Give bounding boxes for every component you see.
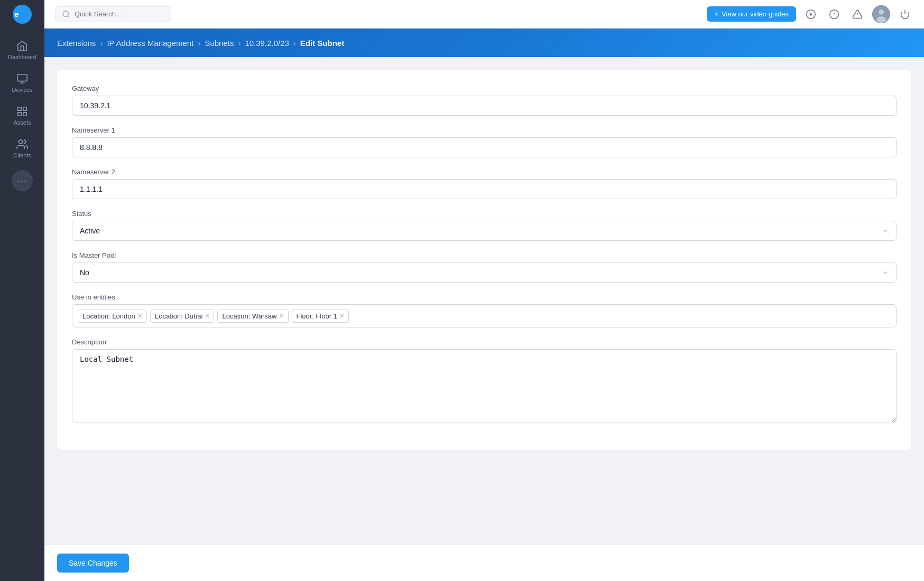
gateway-field-group: Gateway xyxy=(72,85,897,116)
nameserver1-field-group: Nameserver 1 xyxy=(72,126,897,157)
assets-icon xyxy=(16,106,28,117)
gateway-label: Gateway xyxy=(72,85,897,92)
play-icon-button[interactable] xyxy=(802,6,819,23)
search-input[interactable] xyxy=(75,10,159,18)
video-guide-label: View our video guides xyxy=(722,10,789,18)
breadcrumb-ip-address-management[interactable]: IP Address Management xyxy=(107,39,193,48)
sidebar-item-devices[interactable]: Devices xyxy=(0,67,44,99)
tag-label: Location: Dubai xyxy=(155,312,202,320)
svg-rect-7 xyxy=(23,113,26,116)
user-avatar[interactable] xyxy=(872,5,890,23)
page-footer: Save Changes xyxy=(44,545,924,581)
description-label: Description xyxy=(72,338,897,346)
logo-icon: e xyxy=(13,5,32,24)
is-master-pool-select[interactable]: No Yes xyxy=(72,263,897,283)
tag-label: Location: Warsaw xyxy=(222,312,276,320)
power-icon xyxy=(900,9,910,20)
alert-icon-button[interactable] xyxy=(849,6,866,23)
tag-label: Location: London xyxy=(82,312,135,320)
status-label: Status xyxy=(72,210,897,218)
breadcrumb-subnets[interactable]: Subnets xyxy=(205,39,234,48)
nameserver2-field-group: Nameserver 2 xyxy=(72,168,897,199)
use-in-entities-tags[interactable]: Location: London × Location: Dubai × Loc… xyxy=(72,304,897,327)
clients-icon xyxy=(16,138,28,150)
video-guide-button[interactable]: × View our video guides xyxy=(707,6,796,22)
page-body: Gateway Nameserver 1 Nameserver 2 Status… xyxy=(44,57,924,545)
tag-floor-floor1: Floor: Floor 1 × xyxy=(292,310,349,323)
breadcrumb-bar: Extensions › IP Address Management › Sub… xyxy=(44,29,924,57)
logo[interactable]: e xyxy=(0,0,44,29)
breadcrumb-subnet-ip[interactable]: 10.39.2.0/23 xyxy=(245,39,289,48)
svg-point-19 xyxy=(879,10,884,15)
tag-location-dubai: Location: Dubai × xyxy=(150,310,215,323)
sidebar-item-label: Devices xyxy=(12,87,32,93)
tag-remove-warsaw[interactable]: × xyxy=(279,312,283,320)
is-master-pool-label: Is Master Pool xyxy=(72,251,897,259)
gateway-input[interactable] xyxy=(72,96,897,116)
svg-marker-12 xyxy=(810,12,812,16)
search-box[interactable] xyxy=(55,6,171,22)
svg-point-9 xyxy=(63,11,69,17)
svg-rect-4 xyxy=(18,107,21,110)
description-textarea[interactable]: Local Subnet xyxy=(72,349,897,423)
tag-label: Floor: Floor 1 xyxy=(297,312,337,320)
svg-line-10 xyxy=(68,16,69,17)
nameserver1-input[interactable] xyxy=(72,137,897,157)
sidebar-nav: Dashboard Devices Assets xyxy=(0,29,44,581)
more-icon: ··· xyxy=(17,175,27,186)
topbar-right: × View our video guides xyxy=(707,5,913,23)
use-in-entities-label: Use in entities xyxy=(72,293,897,301)
alert-icon xyxy=(852,9,863,20)
sidebar-item-dashboard[interactable]: Dashboard xyxy=(0,34,44,67)
topbar: × View our video guides xyxy=(44,0,924,29)
svg-point-8 xyxy=(19,140,23,144)
info-icon-button[interactable] xyxy=(826,6,843,23)
status-field-group: Status Active Inactive xyxy=(72,210,897,241)
main-content: × View our video guides xyxy=(44,0,924,581)
nameserver1-label: Nameserver 1 xyxy=(72,126,897,134)
is-master-pool-field-group: Is Master Pool No Yes xyxy=(72,251,897,283)
sidebar-item-clients[interactable]: Clients xyxy=(0,132,44,165)
sidebar-item-assets[interactable]: Assets xyxy=(0,99,44,132)
nameserver2-input[interactable] xyxy=(72,179,897,199)
form-card: Gateway Nameserver 1 Nameserver 2 Status… xyxy=(57,70,911,451)
breadcrumb-edit-subnet: Edit Subnet xyxy=(300,39,344,48)
search-icon xyxy=(62,10,70,18)
tag-remove-dubai[interactable]: × xyxy=(205,312,209,320)
home-icon xyxy=(16,40,28,52)
svg-point-20 xyxy=(876,16,886,23)
sidebar-item-label: Clients xyxy=(13,152,31,158)
nameserver2-label: Nameserver 2 xyxy=(72,168,897,176)
tag-remove-floor1[interactable]: × xyxy=(340,312,344,320)
sidebar: e Dashboard Devices xyxy=(0,0,44,581)
svg-rect-5 xyxy=(23,107,26,110)
sidebar-item-label: Dashboard xyxy=(8,54,36,60)
breadcrumb-extensions[interactable]: Extensions xyxy=(57,39,96,48)
sidebar-item-label: Assets xyxy=(13,119,31,126)
tag-remove-london[interactable]: × xyxy=(138,312,142,320)
tag-location-warsaw: Location: Warsaw × xyxy=(217,310,288,323)
svg-text:e: e xyxy=(14,10,19,18)
svg-rect-1 xyxy=(17,74,27,81)
avatar-image xyxy=(872,5,890,23)
status-select[interactable]: Active Inactive xyxy=(72,221,897,241)
play-icon xyxy=(806,9,816,20)
tag-location-london: Location: London × xyxy=(78,310,147,323)
power-icon-button[interactable] xyxy=(897,6,913,23)
video-guide-close[interactable]: × xyxy=(714,10,718,18)
info-icon xyxy=(829,9,839,20)
svg-rect-6 xyxy=(18,113,21,116)
more-button[interactable]: ··· xyxy=(12,170,33,191)
description-field-group: Description Local Subnet xyxy=(72,338,897,425)
devices-icon xyxy=(16,73,28,85)
save-changes-button[interactable]: Save Changes xyxy=(57,554,129,573)
use-in-entities-field-group: Use in entities Location: London × Locat… xyxy=(72,293,897,327)
